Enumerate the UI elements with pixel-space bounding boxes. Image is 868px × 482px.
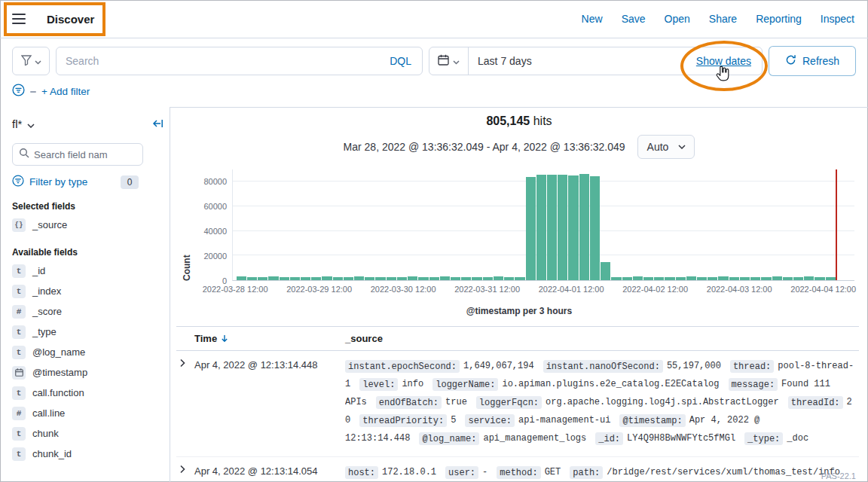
collapse-sidebar-icon[interactable] bbox=[151, 118, 164, 129]
histogram-bar[interactable] bbox=[697, 277, 707, 280]
field-type-string-icon: t bbox=[12, 346, 26, 359]
field-item-@timestamp[interactable]: @timestamp bbox=[0, 362, 170, 383]
expand-row-button[interactable] bbox=[176, 463, 194, 474]
histogram-bar[interactable] bbox=[322, 276, 332, 280]
field-item-_index[interactable]: t_index bbox=[0, 281, 170, 301]
search-input[interactable] bbox=[57, 55, 379, 67]
time-column-header[interactable]: Time bbox=[194, 333, 345, 344]
source-field-name: thread: bbox=[730, 360, 774, 373]
histogram-bar[interactable] bbox=[290, 277, 300, 280]
histogram-bar[interactable] bbox=[826, 277, 836, 280]
histogram-bar[interactable] bbox=[408, 276, 417, 280]
dql-button[interactable]: DQL bbox=[379, 55, 422, 67]
histogram-bar[interactable] bbox=[387, 277, 396, 280]
field-item-_id[interactable]: t_id bbox=[0, 261, 170, 281]
histogram-bar[interactable] bbox=[750, 277, 760, 280]
histogram-bar[interactable] bbox=[397, 277, 407, 280]
histogram-bar[interactable] bbox=[375, 277, 385, 280]
filter-bar: + Add filter bbox=[0, 81, 868, 107]
histogram-bar[interactable] bbox=[344, 277, 353, 280]
nav-link-share[interactable]: Share bbox=[709, 13, 737, 25]
histogram-bar[interactable] bbox=[740, 277, 750, 280]
histogram-bar[interactable] bbox=[311, 277, 321, 280]
histogram-bar[interactable] bbox=[258, 277, 267, 280]
histogram-bar[interactable] bbox=[547, 175, 557, 280]
nav-link-reporting[interactable]: Reporting bbox=[756, 13, 802, 25]
histogram-bar[interactable] bbox=[793, 277, 803, 280]
field-item-_source[interactable]: {}_source bbox=[0, 215, 170, 235]
histogram-bar[interactable] bbox=[804, 276, 814, 280]
histogram-plot-area bbox=[232, 169, 854, 281]
field-item-_type[interactable]: t_type bbox=[0, 322, 170, 342]
histogram-bar[interactable] bbox=[237, 276, 246, 280]
calendar-button[interactable] bbox=[429, 47, 469, 75]
histogram-bar[interactable] bbox=[504, 277, 514, 280]
menu-icon[interactable] bbox=[0, 0, 38, 38]
source-field-name: @log_name: bbox=[419, 432, 479, 445]
time-range-value[interactable]: Last 7 days bbox=[469, 55, 696, 67]
histogram-bar[interactable] bbox=[558, 175, 567, 280]
histogram-bar[interactable] bbox=[472, 277, 481, 280]
histogram-bar[interactable] bbox=[654, 277, 664, 280]
field-item-chunk[interactable]: tchunk bbox=[0, 423, 170, 444]
histogram-bar[interactable] bbox=[611, 277, 621, 280]
histogram-bar[interactable] bbox=[515, 277, 524, 280]
nav-link-inspect[interactable]: Inspect bbox=[821, 13, 854, 25]
histogram-bar[interactable] bbox=[665, 277, 674, 280]
histogram-bar[interactable] bbox=[815, 277, 824, 280]
histogram-bar[interactable] bbox=[643, 277, 653, 280]
histogram-bar[interactable] bbox=[718, 276, 728, 280]
histogram-bar[interactable] bbox=[783, 277, 793, 280]
histogram-bar[interactable] bbox=[301, 277, 310, 280]
histogram-bar[interactable] bbox=[622, 277, 632, 280]
histogram-bar[interactable] bbox=[268, 276, 278, 280]
histogram-bar[interactable] bbox=[633, 276, 643, 280]
doc-timestamp: Apr 4, 2022 @ 12:13:14.448 bbox=[194, 357, 345, 371]
add-filter-link[interactable]: + Add filter bbox=[41, 86, 90, 97]
field-item-@log_name[interactable]: t@log_name bbox=[0, 342, 170, 362]
nav-link-save[interactable]: Save bbox=[622, 13, 646, 25]
histogram-bar[interactable] bbox=[451, 277, 460, 280]
histogram-bar[interactable] bbox=[568, 175, 578, 280]
histogram-bar[interactable] bbox=[676, 277, 686, 280]
histogram-bar[interactable] bbox=[536, 175, 546, 280]
histogram-bar[interactable] bbox=[247, 277, 257, 280]
interval-select[interactable]: Auto bbox=[637, 135, 695, 159]
histogram-bar[interactable] bbox=[429, 277, 439, 280]
histogram-bar[interactable] bbox=[526, 177, 536, 280]
histogram-bar[interactable] bbox=[708, 277, 717, 280]
filter-set-icon[interactable] bbox=[12, 84, 25, 99]
histogram-bar[interactable] bbox=[729, 277, 739, 280]
histogram-bar[interactable] bbox=[461, 277, 471, 280]
histogram-bar[interactable] bbox=[418, 277, 428, 280]
show-dates-link[interactable]: Show dates bbox=[696, 55, 762, 67]
histogram-bar[interactable] bbox=[579, 174, 589, 280]
histogram-bar[interactable] bbox=[590, 176, 600, 280]
histogram-bar[interactable] bbox=[601, 262, 610, 281]
histogram-bar[interactable] bbox=[483, 277, 493, 280]
nav-link-open[interactable]: Open bbox=[665, 13, 690, 25]
nav-link-new[interactable]: New bbox=[582, 13, 603, 25]
field-item-call.line[interactable]: #call.line bbox=[0, 403, 170, 423]
histogram-bar[interactable] bbox=[761, 277, 771, 280]
histogram-bar[interactable] bbox=[772, 276, 782, 280]
field-item-call.function[interactable]: tcall.function bbox=[0, 383, 170, 403]
expand-row-button[interactable] bbox=[176, 357, 194, 368]
source-field-value: api-management-ui bbox=[518, 415, 610, 426]
histogram-bar[interactable] bbox=[333, 277, 343, 280]
histogram-bar[interactable] bbox=[440, 276, 450, 280]
source-field-value: info bbox=[402, 379, 423, 389]
date-picker: Last 7 days Show dates bbox=[429, 47, 763, 75]
histogram-bar[interactable] bbox=[494, 276, 503, 280]
filter-by-type[interactable]: Filter by type 0 bbox=[12, 175, 139, 189]
index-pattern-selector[interactable]: fl* bbox=[12, 117, 35, 130]
histogram-bar[interactable] bbox=[686, 276, 696, 280]
histogram-bar[interactable] bbox=[280, 277, 289, 280]
histogram-bar[interactable] bbox=[354, 276, 364, 280]
field-search-input[interactable] bbox=[34, 149, 136, 160]
field-item-_score[interactable]: #_score bbox=[0, 301, 170, 322]
histogram-bar[interactable] bbox=[365, 277, 374, 280]
saved-query-button[interactable] bbox=[12, 47, 50, 75]
refresh-button[interactable]: Refresh bbox=[769, 46, 856, 76]
field-item-chunk_id[interactable]: tchunk_id bbox=[0, 444, 170, 464]
